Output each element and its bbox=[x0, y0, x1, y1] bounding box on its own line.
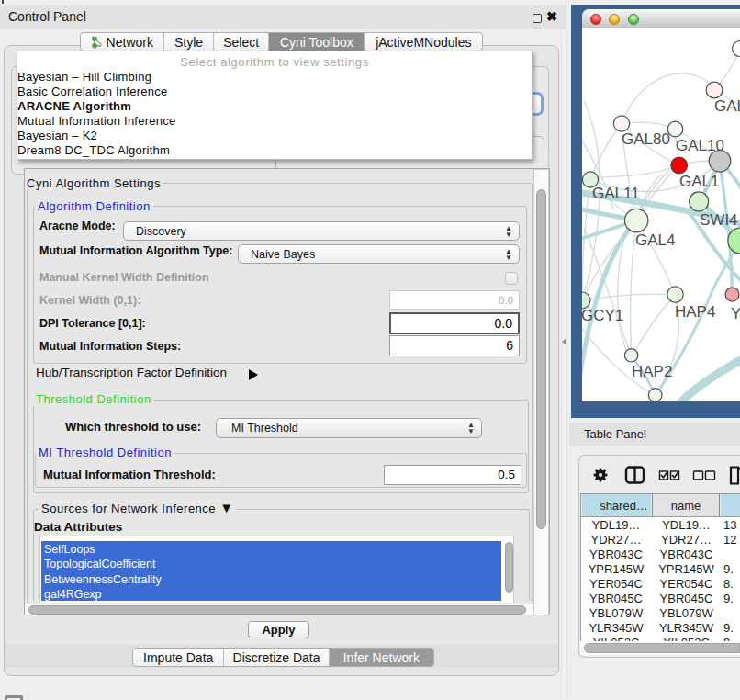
svg-text:GCY1: GCY1 bbox=[582, 307, 623, 324]
svg-text:GAL10: GAL10 bbox=[676, 137, 724, 154]
svg-text:HAP2: HAP2 bbox=[632, 363, 672, 380]
svg-text:SWI4: SWI4 bbox=[700, 211, 738, 229]
svg-text:GAL7: GAL7 bbox=[714, 97, 740, 115]
svg-text:GAL80: GAL80 bbox=[622, 130, 670, 148]
svg-text:GAL11: GAL11 bbox=[592, 185, 640, 202]
svg-text:Y: Y bbox=[731, 305, 740, 322]
svg-text:HAP4: HAP4 bbox=[675, 303, 715, 321]
svg-text:GAL1: GAL1 bbox=[679, 173, 719, 190]
svg-text:GAL4: GAL4 bbox=[635, 231, 675, 249]
